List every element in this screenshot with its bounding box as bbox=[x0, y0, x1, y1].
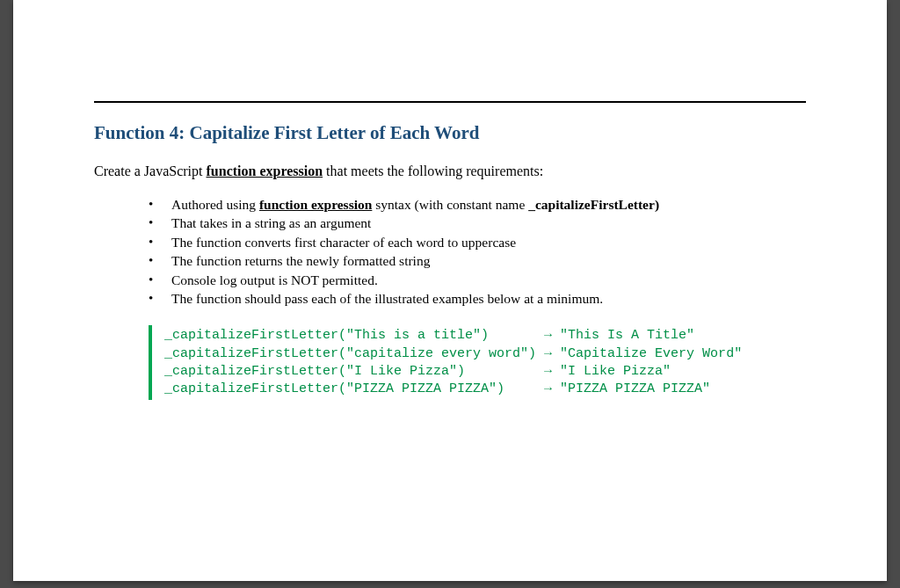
horizontal-rule bbox=[94, 101, 806, 103]
code-example-block: _capitalizeFirstLetter("This is a title"… bbox=[149, 325, 806, 400]
code-call: _capitalizeFirstLetter("PIZZA PIZZA PIZZ… bbox=[164, 381, 544, 396]
code-output: "PIZZA PIZZA PIZZA" bbox=[552, 381, 710, 396]
intro-paragraph: Create a JavaScript function expression … bbox=[94, 163, 806, 179]
code-call: _capitalizeFirstLetter("This is a title"… bbox=[164, 328, 544, 343]
req-function-name: _capitalizeFirstLetter) bbox=[528, 197, 659, 212]
intro-prefix: Create a JavaScript bbox=[94, 163, 207, 178]
code-row: _capitalizeFirstLetter("I Like Pizza") →… bbox=[164, 363, 806, 381]
code-row: _capitalizeFirstLetter("PIZZA PIZZA PIZZ… bbox=[164, 381, 806, 398]
code-row: _capitalizeFirstLetter("capitalize every… bbox=[164, 345, 806, 363]
requirement-item: The function converts first character of… bbox=[149, 233, 806, 251]
req-underlined: function expression bbox=[259, 197, 372, 212]
code-call: _capitalizeFirstLetter("I Like Pizza") bbox=[164, 364, 544, 379]
requirement-item: The function returns the newly formatted… bbox=[149, 251, 806, 270]
document-page: Function 4: Capitalize First Letter of E… bbox=[13, 0, 887, 581]
req-text: The function converts first character of… bbox=[171, 235, 516, 250]
arrow-icon: → bbox=[544, 328, 552, 343]
req-text: Authored using bbox=[171, 197, 259, 212]
arrow-icon: → bbox=[544, 364, 552, 379]
intro-underlined: function expression bbox=[207, 163, 323, 178]
code-output: "Capitalize Every Word" bbox=[552, 346, 742, 361]
req-text: Console log output is NOT permitted. bbox=[171, 272, 378, 287]
section-heading: Function 4: Capitalize First Letter of E… bbox=[94, 122, 806, 144]
req-text: That takes in a string as an argument bbox=[171, 215, 371, 230]
requirements-list: Authored using function expression synta… bbox=[149, 195, 806, 308]
req-text: The function returns the newly formatted… bbox=[171, 253, 430, 268]
code-row: _capitalizeFirstLetter("This is a title"… bbox=[164, 327, 806, 345]
arrow-icon: → bbox=[544, 381, 552, 396]
arrow-icon: → bbox=[544, 346, 552, 361]
requirement-item: Console log output is NOT permitted. bbox=[149, 271, 806, 289]
requirement-item: That takes in a string as an argument bbox=[149, 214, 806, 232]
code-output: "I Like Pizza" bbox=[552, 364, 671, 379]
req-text: The function should pass each of the ill… bbox=[171, 291, 603, 306]
requirement-item: Authored using function expression synta… bbox=[149, 195, 806, 214]
code-call: _capitalizeFirstLetter("capitalize every… bbox=[164, 346, 544, 361]
intro-suffix: that meets the following requirements: bbox=[323, 163, 543, 178]
requirement-item: The function should pass each of the ill… bbox=[149, 289, 806, 308]
req-text: syntax (with constant name bbox=[372, 197, 528, 212]
code-output: "This Is A Title" bbox=[552, 328, 694, 343]
